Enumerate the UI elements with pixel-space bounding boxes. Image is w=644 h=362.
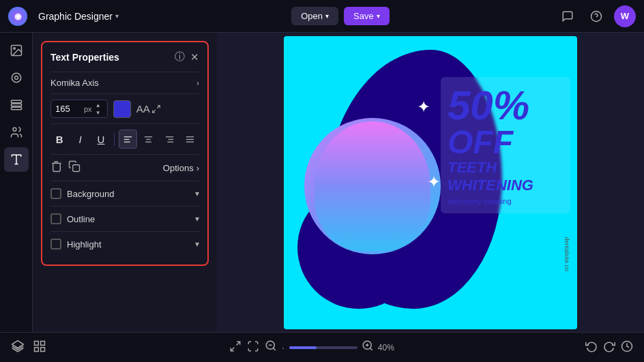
- size-input-wrap: px ▲ ▼: [50, 100, 108, 118]
- align-center-button[interactable]: [140, 130, 158, 149]
- help-icon-btn[interactable]: [585, 5, 607, 27]
- expand-btn[interactable]: [229, 340, 241, 355]
- zoom-in-btn[interactable]: [362, 340, 374, 355]
- align-justify-button[interactable]: [181, 130, 199, 149]
- zoom-out-btn[interactable]: [265, 340, 277, 355]
- info-icon: ⓘ: [175, 50, 185, 62]
- trash-icon: [50, 160, 63, 172]
- font-chevron-icon: ›: [196, 78, 199, 88]
- zoom-controls: · 40%: [265, 340, 402, 355]
- avatar[interactable]: W: [614, 5, 636, 27]
- header-right: W: [557, 5, 636, 27]
- bottom-center: · 40%: [229, 340, 402, 355]
- copy-icon: [68, 160, 80, 172]
- size-up-btn[interactable]: ▲: [93, 102, 103, 108]
- highlight-left: Highlight: [50, 239, 102, 250]
- person-circle: [304, 118, 441, 254]
- close-icon: ✕: [190, 51, 199, 63]
- size-unit-label: px: [84, 105, 92, 113]
- align-right-icon: [164, 134, 175, 145]
- underline-button[interactable]: U: [92, 130, 110, 149]
- sparkle-icon-1: ✦: [417, 97, 430, 117]
- format-row: B I U: [50, 123, 199, 154]
- layers-icon: [10, 98, 23, 112]
- align-center-icon: [143, 134, 153, 145]
- header-center: Open ▾ Save ▾: [291, 7, 389, 25]
- sidebar-item-image[interactable]: [4, 38, 29, 63]
- close-icon-btn[interactable]: ✕: [190, 51, 199, 63]
- options-chevron: ›: [196, 163, 199, 173]
- fit-icon: [247, 340, 259, 352]
- copy-button[interactable]: [68, 160, 80, 175]
- options-button[interactable]: Options ›: [163, 163, 199, 173]
- people-icon: [10, 125, 23, 139]
- canvas-container: ✦ ✦ 50% OFF TEETH WHITENING with every c…: [284, 36, 577, 329]
- app-title-button[interactable]: Graphic Designer ▾: [33, 8, 124, 25]
- promo-line2: WHITENING: [448, 177, 564, 194]
- outline-left: Outline: [50, 213, 95, 224]
- redo-icon: [603, 340, 615, 352]
- zoom-center-btn[interactable]: ·: [281, 340, 285, 355]
- save-button[interactable]: Save ▾: [344, 7, 390, 25]
- chat-icon-btn[interactable]: [557, 5, 579, 27]
- info-icon-btn[interactable]: ⓘ: [175, 50, 185, 63]
- svg-line-38: [370, 348, 372, 350]
- svg-rect-26: [73, 165, 80, 172]
- bottom-left: [11, 340, 46, 356]
- grid-btn[interactable]: [33, 340, 46, 356]
- save-chevron: ▾: [377, 12, 380, 20]
- outline-checkbox[interactable]: [50, 213, 61, 224]
- main-area: Text Properties ⓘ ✕ Komika Axis ›: [0, 33, 644, 332]
- panel-header: Text Properties ⓘ ✕: [50, 50, 199, 63]
- sidebar-item-layers[interactable]: [4, 93, 29, 117]
- outline-row[interactable]: Outline ▾: [50, 213, 199, 224]
- sidebar-item-text[interactable]: [4, 147, 29, 172]
- chat-icon: [561, 10, 574, 22]
- undo-icon: [585, 340, 598, 352]
- canvas-area[interactable]: ✦ ✦ 50% OFF TEETH WHITENING with every c…: [217, 33, 644, 332]
- align-left-icon: [123, 134, 133, 145]
- aa-button[interactable]: AA: [136, 103, 161, 115]
- size-down-btn[interactable]: ▼: [93, 109, 103, 116]
- app-title-label: Graphic Designer: [38, 11, 113, 22]
- size-spinners: ▲ ▼: [93, 102, 103, 116]
- header-left: ◉ Graphic Designer ▾: [8, 7, 124, 26]
- size-input[interactable]: [55, 104, 83, 114]
- delete-button[interactable]: [50, 160, 63, 175]
- italic-button[interactable]: I: [71, 130, 89, 149]
- help-icon: [590, 10, 602, 22]
- font-color-swatch[interactable]: [113, 100, 131, 118]
- font-name-label: Komika Axis: [50, 78, 196, 88]
- open-label: Open: [301, 11, 323, 21]
- size-row: px ▲ ▼ AA: [50, 93, 199, 123]
- background-section: Background ▾: [50, 181, 199, 206]
- history-btn[interactable]: [621, 340, 633, 355]
- sidebar-item-people[interactable]: [4, 120, 29, 145]
- brand-icon: ◉: [14, 12, 21, 21]
- zoom-slider[interactable]: [289, 346, 357, 349]
- undo-btn[interactable]: [585, 340, 598, 355]
- redo-btn[interactable]: [603, 340, 615, 355]
- highlight-chevron: ▾: [195, 239, 199, 249]
- side-text: dentalsite.co: [564, 237, 570, 271]
- highlight-checkbox[interactable]: [50, 239, 61, 250]
- align-left-button[interactable]: [119, 130, 137, 149]
- bold-button[interactable]: B: [50, 130, 68, 149]
- sidebar-item-shapes[interactable]: [4, 65, 29, 90]
- brand-logo: ◉: [8, 7, 27, 26]
- highlight-label: Highlight: [67, 239, 102, 250]
- expand-icon: [229, 340, 241, 352]
- history-icon: [621, 340, 633, 352]
- highlight-row[interactable]: Highlight ▾: [50, 239, 199, 250]
- zoom-in-icon: [362, 340, 374, 352]
- save-label: Save: [353, 11, 374, 21]
- align-right-button[interactable]: [160, 130, 178, 149]
- layers-btn[interactable]: [11, 340, 25, 356]
- open-button[interactable]: Open ▾: [291, 7, 338, 25]
- font-row[interactable]: Komika Axis ›: [50, 72, 199, 93]
- background-checkbox[interactable]: [50, 188, 61, 199]
- background-row[interactable]: Background ▾: [50, 188, 199, 199]
- fit-btn[interactable]: [247, 340, 259, 355]
- action-icons: [50, 160, 80, 175]
- svg-line-13: [152, 110, 155, 112]
